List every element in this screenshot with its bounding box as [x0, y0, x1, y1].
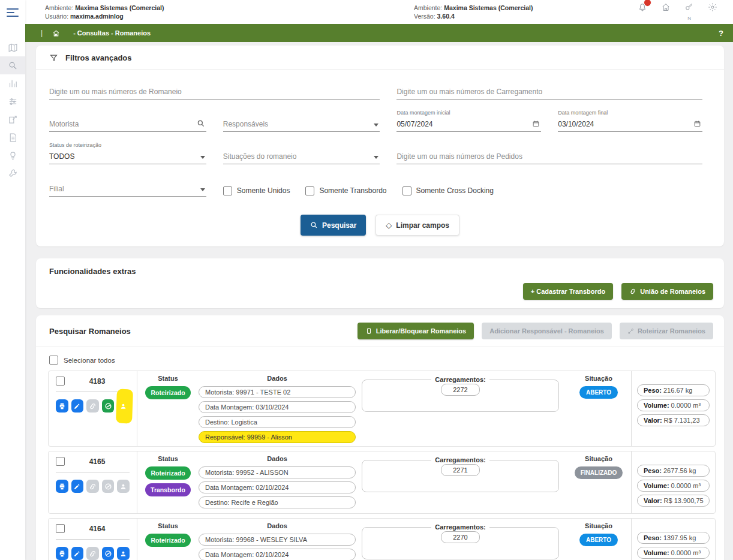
pesquisar-button[interactable]: Pesquisar	[301, 215, 366, 236]
pesquisar-label: Pesquisar	[322, 221, 356, 230]
pedidos-numbers-input[interactable]	[396, 152, 702, 161]
romaneio-numbers-field[interactable]	[49, 85, 380, 100]
sidebar-item-filters[interactable]	[0, 92, 25, 110]
valor-value: Valor:R$ 7.131,23	[637, 414, 710, 426]
somente-transbordo-label: Somente Transbordo	[319, 186, 386, 195]
romaneio-row-4164: 4164 Status Roteirizado D	[48, 518, 716, 560]
carregamento-numbers-field[interactable]	[396, 85, 702, 100]
filter-checkboxes: Somente Unidos Somente Transbordo Soment…	[223, 182, 702, 197]
user-value: maxima.adminlog	[70, 13, 124, 20]
valor-value: Valor:R$ 13.900,75	[637, 495, 710, 507]
select-all-row: Selecionar todos	[36, 347, 724, 371]
uniao-romaneios-button[interactable]: União de Romaneios	[621, 283, 713, 300]
chevron-down-icon	[374, 156, 378, 159]
edit-icon[interactable]	[71, 547, 84, 560]
key-icon[interactable]	[684, 2, 694, 12]
status-column-header: Status	[158, 371, 178, 386]
carregamento-chip[interactable]: 2271	[441, 464, 479, 476]
print-icon[interactable]	[56, 547, 68, 560]
home-icon[interactable]	[661, 2, 671, 12]
romaneio-numbers-input[interactable]	[49, 88, 380, 96]
environment-label: Ambiente:	[45, 4, 73, 11]
menu-hamburger-icon[interactable]	[7, 8, 19, 17]
adicionar-responsavel-label: Adicionar Responsável - Romaneios	[489, 327, 604, 335]
pedidos-numbers-field[interactable]	[396, 150, 702, 164]
somente-cross-docking-checkbox[interactable]: Somente Cross Docking	[402, 186, 494, 195]
breadcrumb-home-icon[interactable]	[52, 29, 60, 37]
carregamento-chip[interactable]: 2272	[441, 384, 479, 396]
person-icon[interactable]	[117, 399, 130, 413]
sidebar-item-ideas[interactable]	[0, 146, 25, 164]
data-inicial-input[interactable]	[396, 120, 528, 128]
motorista-field[interactable]	[49, 118, 206, 132]
roteirizar-romaneios-button[interactable]: Roteirizar Romaneios	[620, 323, 713, 339]
merge-icon	[629, 288, 636, 295]
block-icon[interactable]	[102, 547, 115, 560]
row-checkbox[interactable]	[56, 524, 65, 533]
advanced-filters-card: Filtros avançados Data montagem inicial	[36, 46, 724, 246]
sidebar-item-search[interactable]	[0, 56, 25, 74]
calendar-icon[interactable]	[532, 120, 540, 128]
carregamento-numbers-input[interactable]	[396, 88, 702, 96]
motorista-input[interactable]	[49, 120, 193, 128]
somente-unidos-checkbox[interactable]: Somente Unidos	[223, 186, 290, 195]
edit-icon[interactable]	[71, 480, 84, 493]
row-checkbox[interactable]	[56, 457, 65, 466]
link-icon	[86, 547, 99, 560]
situacao-badge: ABERTO	[579, 534, 618, 546]
checkbox[interactable]	[402, 186, 411, 195]
person-icon[interactable]	[117, 547, 130, 560]
data-final-field[interactable]: Data montagem final	[558, 118, 702, 132]
carregamentos-box: Carregamentos: 2271	[362, 456, 559, 492]
data-montagem-value: Data Montagem: 03/10/2024	[199, 401, 356, 413]
sidebar-item-tools[interactable]	[0, 164, 25, 182]
situacoes-input[interactable]	[223, 152, 371, 161]
romaneio-number: 4164	[65, 525, 130, 533]
carregamentos-box: Carregamentos: 2272	[362, 376, 559, 412]
breadcrumb: - Consultas - Romaneios	[73, 29, 151, 37]
responsaveis-select[interactable]	[223, 118, 380, 132]
top-header: Ambiente: Maxima Sistemas (Comercial) Us…	[25, 0, 733, 24]
gear-icon[interactable]	[708, 2, 717, 12]
limpar-campos-button[interactable]: ◇ Limpar campos	[375, 215, 459, 236]
print-icon[interactable]	[56, 399, 68, 413]
sidebar-item-register[interactable]	[0, 110, 25, 128]
select-all-checkbox[interactable]	[49, 356, 58, 365]
status-roteirizacao-value[interactable]	[49, 152, 197, 161]
destino-value: Destino: Recife e Região	[199, 496, 356, 508]
edit-icon[interactable]	[71, 399, 84, 413]
notifications-bell-icon[interactable]	[638, 2, 647, 12]
block-icon[interactable]	[102, 399, 115, 413]
checkbox[interactable]	[223, 186, 232, 195]
edit-icon	[8, 115, 18, 125]
data-inicial-field[interactable]: Data montagem inicial	[396, 118, 541, 132]
status-roteirizacao-select[interactable]: Status de roteirização	[49, 150, 206, 164]
responsaveis-input[interactable]	[223, 120, 371, 128]
checkbox[interactable]	[305, 186, 314, 195]
cadastrar-transbordo-button[interactable]: + Cadastrar Transbordo	[523, 283, 613, 300]
user-label: Usuário:	[45, 13, 68, 20]
carregamentos-header: Carregamentos:	[431, 376, 489, 383]
help-button[interactable]: ?	[719, 29, 723, 38]
environment2-label: Ambiente:	[414, 4, 442, 11]
situacoes-select[interactable]	[223, 150, 380, 164]
carregamento-chip[interactable]: 2270	[441, 531, 479, 543]
print-icon[interactable]	[56, 480, 68, 493]
data-final-input[interactable]	[558, 120, 690, 128]
sidebar-item-reports[interactable]	[0, 74, 25, 92]
dados-column-header: Dados	[199, 451, 356, 466]
sidebar-item-documents[interactable]	[0, 128, 25, 146]
filter-funnel-icon	[49, 53, 58, 62]
somente-transbordo-checkbox[interactable]: Somente Transbordo	[305, 186, 386, 195]
chevron-down-icon	[374, 124, 378, 127]
filial-input[interactable]	[49, 185, 197, 193]
row-checkbox[interactable]	[56, 377, 65, 386]
person-icon	[117, 480, 130, 493]
carregamentos-header: Carregamentos:	[431, 456, 489, 463]
adicionar-responsavel-button[interactable]: Adicionar Responsável - Romaneios	[482, 323, 612, 339]
filial-select[interactable]	[49, 182, 206, 197]
liberar-bloquear-button[interactable]: Liberar/Bloquear Romaneios	[358, 323, 474, 339]
sidebar-item-map[interactable]	[0, 38, 25, 56]
data-final-label: Data montagem final	[558, 110, 608, 116]
calendar-icon[interactable]	[693, 120, 701, 128]
